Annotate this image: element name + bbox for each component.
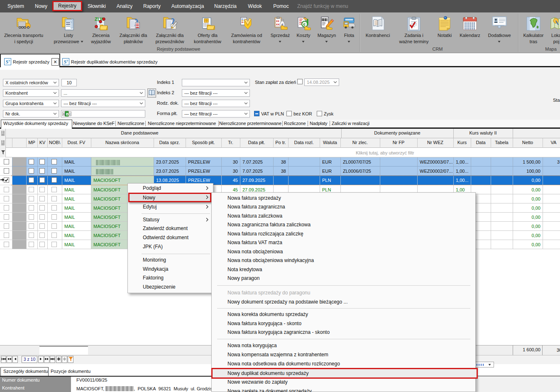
svg-text:€: € (303, 22, 306, 27)
svg-text:xx: xx (276, 20, 279, 22)
svg-text:B: B (66, 112, 69, 116)
svg-text:c: c (69, 113, 71, 115)
svg-text:A: A (63, 113, 65, 115)
svg-text:xx: xx (276, 23, 279, 26)
svg-text:S: S (64, 59, 66, 65)
svg-text:S: S (5, 59, 8, 65)
